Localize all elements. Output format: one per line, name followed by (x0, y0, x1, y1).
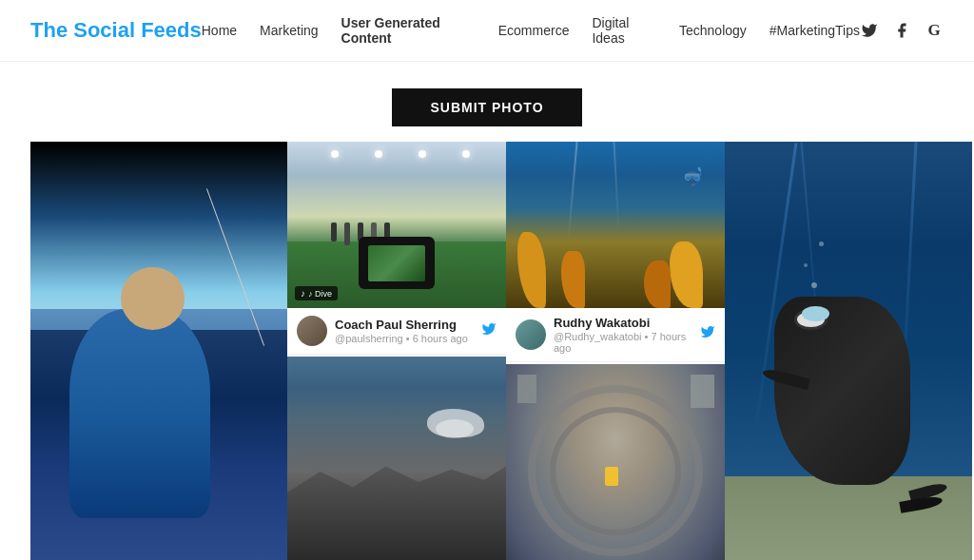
twitter-icon[interactable] (860, 21, 879, 40)
site-logo[interactable]: The Social Feeds (30, 18, 202, 43)
nav-marketing[interactable]: Marketing (260, 23, 318, 38)
logo-text-regular: The (30, 18, 73, 42)
tiktok-badge: ♪ ♪ Dive (295, 286, 338, 300)
facebook-icon[interactable] (892, 21, 911, 40)
user-name-sports: Coach Paul Sherring (335, 318, 468, 333)
nav-ugc[interactable]: User Generated Content (341, 15, 476, 46)
gopro-screen (368, 245, 425, 281)
twitter-share-icon-coral[interactable] (700, 324, 715, 344)
photo-card-rocky-coast[interactable] (287, 357, 506, 560)
gallery-column-1: Clarens austral (30, 142, 287, 560)
gallery-column-2: ♪ ♪ Dive Coach Paul Sherring (287, 142, 506, 560)
google-icon[interactable]: G (925, 21, 944, 40)
nav-home[interactable]: Home (202, 23, 237, 38)
submit-section: SUBMIT PHOTO (0, 62, 974, 142)
main-nav: Home Marketing User Generated Content Ec… (202, 15, 860, 46)
photo-card-diver[interactable] (725, 142, 972, 560)
photo-card-aerial-road[interactable] (506, 364, 725, 560)
photo-card-coral[interactable]: 🤿 (506, 142, 725, 308)
nav-technology[interactable]: Technology (679, 23, 747, 38)
gallery-column-4: islander89 @islander89_ • 11 hours ago (725, 142, 972, 560)
nav-marketing-tips[interactable]: #MarketingTips (769, 23, 860, 38)
photo-card-sports[interactable]: ♪ ♪ Dive (287, 142, 506, 308)
site-header: The Social Feeds Home Marketing User Gen… (0, 0, 974, 62)
tiktok-icon: ♪ (301, 288, 305, 299)
logo-text-bold: Social Feeds (73, 18, 202, 42)
photo-card-fishing[interactable] (30, 142, 287, 560)
photo-info-sports: Coach Paul Sherring @paulsherring • 6 ho… (287, 308, 506, 355)
submit-photo-button[interactable]: SUBMIT PHOTO (392, 88, 581, 126)
user-handle-sports: @paulsherring • 6 hours ago (335, 333, 468, 344)
user-name-coral: Rudhy Wakatobi (554, 316, 700, 331)
tiktok-label: ♪ Dive (308, 289, 332, 299)
photo-gallery: Clarens austral (0, 142, 974, 560)
user-handle-coral: @Rudhy_wakatobi • 7 hours ago (554, 331, 700, 354)
social-icons-group: G (860, 21, 944, 40)
gopro-overlay (359, 237, 435, 289)
avatar-sports (297, 316, 327, 346)
nav-digital-ideas[interactable]: Digital Ideas (592, 15, 656, 46)
avatar-coral (516, 319, 546, 350)
nav-ecommerce[interactable]: Ecommerce (498, 23, 570, 38)
twitter-share-icon-sports[interactable] (481, 321, 497, 341)
photo-info-coral: Rudhy Wakatobi @Rudhy_wakatobi • 7 hours… (506, 308, 725, 362)
gallery-column-3: 🤿 Rudhy Wakatobi @Rudhy_wakatobi • 7 hou… (506, 142, 725, 560)
